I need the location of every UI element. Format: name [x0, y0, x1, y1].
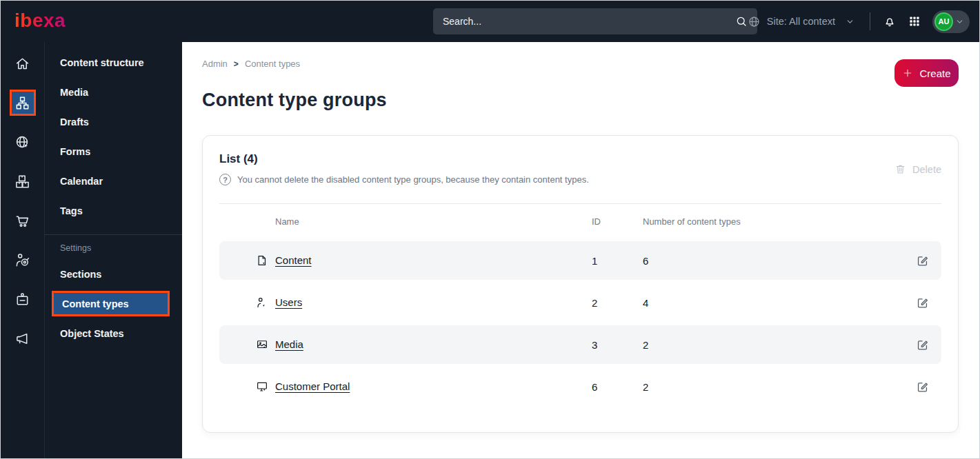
rail-item-personalization[interactable] [10, 247, 36, 273]
chevron-down-icon [846, 17, 854, 26]
sidebar-item-media[interactable]: Media [45, 77, 182, 107]
content-type-groups-card: List (4) ? You cannot delete the disable… [202, 135, 959, 433]
avatar: AU [934, 12, 953, 31]
sidebar-item-sections[interactable]: Sections [45, 259, 182, 289]
monitor-icon [256, 380, 275, 393]
badge-icon [14, 292, 30, 307]
sidebar-item-forms[interactable]: Forms [45, 136, 182, 166]
edit-icon [916, 296, 929, 309]
notifications-button[interactable] [883, 14, 897, 28]
edit-button[interactable] [914, 296, 930, 309]
topbar-divider [870, 12, 870, 30]
sidebar-settings-label: Settings [45, 243, 182, 253]
group-id: 3 [592, 339, 643, 351]
page-title: Content type groups [202, 90, 959, 111]
chevron-down-icon [955, 17, 964, 26]
app-window: ibexa Site: All context [0, 0, 980, 459]
edit-icon [916, 338, 929, 351]
user-menu[interactable]: AU [932, 10, 970, 33]
sidebar-item-tags[interactable]: Tags [45, 196, 182, 225]
group-link[interactable]: Users [275, 296, 302, 308]
search-icon[interactable] [735, 15, 748, 28]
delete-button-label: Delete [912, 164, 941, 175]
topbar: ibexa Site: All context [1, 1, 979, 42]
info-text: You cannot delete the disabled content t… [237, 174, 589, 185]
site-context-selector[interactable]: Site: All context [748, 15, 854, 28]
edit-icon [916, 380, 929, 394]
home-icon [14, 56, 30, 72]
file-icon [256, 254, 275, 267]
rail-item-site[interactable] [10, 129, 36, 155]
topbar-right-cluster: Site: All context AU [748, 1, 970, 42]
grid-icon [908, 15, 921, 28]
group-id: 6 [592, 381, 643, 393]
table-row: Media 3 2 [219, 325, 941, 364]
sidebar-item-drafts[interactable]: Drafts [45, 107, 182, 136]
rail-item-marketing[interactable] [10, 325, 36, 351]
delete-button[interactable]: Delete [894, 163, 941, 175]
icon-rail [1, 42, 45, 458]
globe-icon [748, 15, 761, 28]
sidebar-item-content-types[interactable]: Content types [52, 291, 170, 316]
column-header-name: Name [275, 216, 592, 227]
group-count: 4 [643, 297, 914, 309]
plus-icon [902, 68, 913, 79]
group-count: 2 [643, 339, 914, 351]
ibexa-logo[interactable]: ibexa [14, 10, 66, 32]
group-count: 6 [643, 255, 914, 267]
rail-item-commerce[interactable] [10, 207, 36, 234]
sidebar-item-content-structure[interactable]: Content structure [45, 48, 182, 77]
create-button[interactable]: Create [894, 59, 959, 87]
person-target-icon [14, 252, 30, 268]
breadcrumb-separator: > [234, 59, 239, 69]
sidebar-item-calendar[interactable]: Calendar [45, 166, 182, 196]
cart-icon [14, 213, 30, 229]
info-row: ? You cannot delete the disabled content… [219, 174, 941, 185]
create-button-label: Create [919, 68, 950, 79]
group-id: 2 [592, 297, 643, 309]
rail-item-products[interactable] [10, 168, 36, 194]
table-row: Content 1 6 [219, 241, 941, 280]
breadcrumb-current: Content types [245, 59, 300, 69]
megaphone-icon [14, 331, 30, 347]
globe-cursor-icon [14, 134, 30, 150]
column-header-count: Number of content types [643, 216, 914, 227]
edit-button[interactable] [914, 338, 930, 351]
breadcrumb: Admin > Content types [202, 59, 959, 69]
packages-icon [14, 174, 30, 190]
card-divider [219, 203, 941, 204]
rail-item-content[interactable] [10, 90, 36, 116]
site-context-label: Site: All context [767, 16, 835, 27]
question-circle-icon: ? [219, 174, 231, 185]
edit-icon [916, 254, 929, 267]
table-row: Customer Portal 6 2 [219, 367, 941, 406]
breadcrumb-admin[interactable]: Admin [202, 59, 228, 69]
main-content: Admin > Content types Create Content typ… [182, 42, 979, 458]
group-link[interactable]: Content [275, 254, 312, 266]
rail-item-admin[interactable] [10, 286, 36, 312]
edit-button[interactable] [914, 380, 930, 394]
bell-icon [883, 14, 897, 28]
search-bar[interactable] [433, 8, 757, 34]
sidebar-item-object-states[interactable]: Object States [45, 318, 182, 348]
table-row: Users 2 4 [219, 283, 941, 322]
group-link[interactable]: Customer Portal [275, 380, 350, 392]
group-count: 2 [643, 381, 914, 393]
search-input[interactable] [443, 16, 735, 27]
user-icon [256, 296, 275, 309]
table-header: Name ID Number of content types [219, 205, 941, 238]
trash-icon [894, 163, 906, 175]
rail-item-dashboard[interactable] [10, 50, 36, 76]
image-icon [256, 338, 275, 351]
sitemap-icon [14, 95, 30, 111]
apps-menu-button[interactable] [908, 15, 921, 28]
sidebar-divider [45, 234, 182, 235]
group-link[interactable]: Media [275, 338, 303, 350]
edit-button[interactable] [914, 254, 930, 267]
group-id: 1 [592, 255, 643, 267]
column-header-id: ID [592, 216, 643, 227]
list-title: List (4) [219, 152, 941, 166]
sidebar: Content structure Media Drafts Forms Cal… [45, 42, 182, 458]
